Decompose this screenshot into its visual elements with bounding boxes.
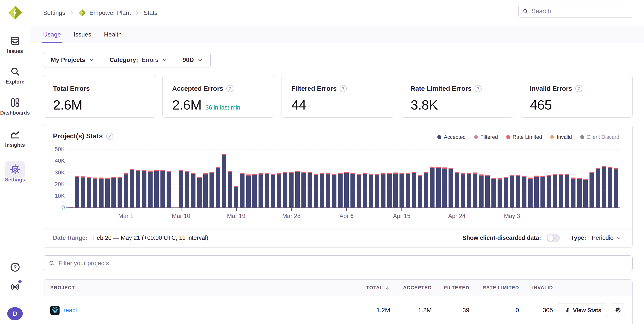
tab-issues[interactable]: Issues xyxy=(74,26,91,43)
chart-bar-day-75[interactable] xyxy=(528,177,532,207)
chart-bar-day-9[interactable] xyxy=(124,173,128,207)
chart-bar-day-31[interactable] xyxy=(258,173,263,207)
chart-bar-day-18[interactable] xyxy=(179,170,183,207)
chart-bar-day-65[interactable] xyxy=(467,173,471,207)
chart-bar-day-77[interactable] xyxy=(540,176,545,207)
column-header-project[interactable]: PROJECT xyxy=(50,285,345,291)
column-header-filtered[interactable]: FILTERED xyxy=(432,285,469,291)
chart-bar-day-16[interactable] xyxy=(166,171,171,207)
chart-bar-day-86[interactable] xyxy=(596,168,600,207)
chart-bar-day-67[interactable] xyxy=(479,174,484,207)
chart-bar-day-89[interactable] xyxy=(614,168,618,207)
chart-bar-day-10[interactable] xyxy=(130,169,134,207)
sidebar-item-dashboards[interactable]: Dashboards xyxy=(0,97,30,116)
chart-bar-day-64[interactable] xyxy=(461,173,465,207)
chart-bar-day-58[interactable] xyxy=(424,172,428,207)
chart-bar-day-41[interactable] xyxy=(320,173,324,207)
chart-bar-day-66[interactable] xyxy=(473,172,478,207)
legend-item-rate-limited[interactable]: Rate Limited xyxy=(506,134,542,140)
chart-bar-day-25[interactable] xyxy=(222,154,226,207)
view-stats-button[interactable]: View Stats xyxy=(558,303,607,317)
card-help-icon[interactable]: ? xyxy=(226,85,233,92)
legend-item-filtered[interactable]: Filtered xyxy=(474,134,498,140)
chart-bar-day-87[interactable] xyxy=(602,166,606,207)
client-discard-toggle[interactable] xyxy=(546,234,560,242)
project-filter-box[interactable] xyxy=(43,255,632,271)
legend-item-invalid[interactable]: Invalid xyxy=(550,134,572,140)
user-avatar[interactable]: D xyxy=(7,307,23,320)
chart-bar-day-82[interactable] xyxy=(571,177,576,207)
chart-bar-day-53[interactable] xyxy=(393,172,398,207)
chart-bar-day-8[interactable] xyxy=(118,177,122,207)
chart-bar-day-78[interactable] xyxy=(546,175,551,207)
chart-bar-day-59[interactable] xyxy=(430,166,434,207)
chart-bar-day-6[interactable] xyxy=(105,178,110,207)
chart-bar-day-80[interactable] xyxy=(559,173,563,207)
project-filter-input[interactable] xyxy=(58,260,627,267)
chart-bar-day-43[interactable] xyxy=(332,174,336,207)
chart-bar-day-79[interactable] xyxy=(553,173,557,207)
chart-bar-day-14[interactable] xyxy=(154,170,159,207)
chart-bar-day-39[interactable] xyxy=(308,172,312,207)
chart-bar-day-21[interactable] xyxy=(197,177,202,208)
chart-bar-day-36[interactable] xyxy=(289,172,294,207)
chart-bar-day-3[interactable] xyxy=(87,177,91,207)
chart-bar-day-49[interactable] xyxy=(369,174,373,207)
chart-bar-day-60[interactable] xyxy=(436,167,441,207)
chart-bar-day-84[interactable] xyxy=(583,179,588,207)
card-help-icon[interactable]: ? xyxy=(340,85,347,92)
chart-bar-day-48[interactable] xyxy=(363,173,367,207)
chart-bar-day-30[interactable] xyxy=(252,174,257,207)
period-filter-dropdown[interactable]: 90D xyxy=(175,52,210,68)
chart-bar-day-11[interactable] xyxy=(136,170,140,207)
chart-bar-day-28[interactable] xyxy=(240,173,244,207)
type-dropdown[interactable]: Periodic xyxy=(592,235,622,241)
chart-bar-day-37[interactable] xyxy=(295,171,300,207)
chart-bar-day-34[interactable] xyxy=(277,173,281,207)
chart-bar-day-62[interactable] xyxy=(448,168,453,207)
breadcrumb-settings[interactable]: Settings xyxy=(43,9,65,16)
chart-bar-day-54[interactable] xyxy=(400,173,404,207)
chart-bar-day-22[interactable] xyxy=(203,173,208,207)
chart-bar-day-85[interactable] xyxy=(590,172,594,207)
search-input[interactable] xyxy=(532,8,629,15)
project-settings-button[interactable] xyxy=(611,303,626,317)
chart-bar-day-71[interactable] xyxy=(504,177,508,208)
org-logo[interactable] xyxy=(0,5,30,20)
card-help-icon[interactable]: ? xyxy=(575,85,582,92)
breadcrumb-project[interactable]: Empower Plant xyxy=(78,9,131,17)
chart-bar-day-24[interactable] xyxy=(216,167,220,207)
chart-bar-day-51[interactable] xyxy=(381,173,386,207)
column-header-accepted[interactable]: ACCEPTED xyxy=(390,285,432,291)
sidebar-item-insights[interactable]: Insights xyxy=(0,129,30,148)
chart-bar-day-12[interactable] xyxy=(142,170,146,207)
chart-bar-day-76[interactable] xyxy=(534,175,539,207)
chart-bar-day-13[interactable] xyxy=(148,170,152,207)
column-header-rate-limited[interactable]: RATE LIMITED xyxy=(469,285,519,291)
chart-bar-day-72[interactable] xyxy=(510,175,514,207)
chart-bar-day-52[interactable] xyxy=(387,173,392,207)
chart-bar-day-26[interactable] xyxy=(228,171,232,207)
whats-new-button[interactable] xyxy=(0,282,30,292)
chart-help-icon[interactable]: ? xyxy=(106,133,113,140)
legend-item-accepted[interactable]: Accepted xyxy=(437,134,466,140)
sidebar-item-issues[interactable]: Issues xyxy=(0,36,30,54)
projects-filter-dropdown[interactable]: My Projects xyxy=(43,52,102,68)
column-header-total[interactable]: TOTAL xyxy=(345,285,390,291)
chart-bar-day-7[interactable] xyxy=(112,177,116,207)
global-search[interactable] xyxy=(518,4,633,18)
chart-bar-day-47[interactable] xyxy=(356,174,361,207)
chart-bar-day-50[interactable] xyxy=(375,173,379,207)
chart-bar-day-29[interactable] xyxy=(246,174,251,207)
chart-bar-day-57[interactable] xyxy=(418,175,422,207)
chart-bar-day-27[interactable] xyxy=(234,186,238,207)
project-link[interactable]: react xyxy=(64,307,77,314)
tab-health[interactable]: Health xyxy=(104,26,122,43)
chart-bar-day-38[interactable] xyxy=(302,172,306,207)
chart-bar-day-44[interactable] xyxy=(338,173,342,207)
chart-bar-day-19[interactable] xyxy=(185,171,189,207)
chart-bar-day-56[interactable] xyxy=(412,172,416,207)
chart-bar-day-5[interactable] xyxy=(99,177,104,207)
sidebar-item-explore[interactable]: Explore xyxy=(0,66,30,85)
chart-bar-day-1[interactable] xyxy=(75,176,79,207)
